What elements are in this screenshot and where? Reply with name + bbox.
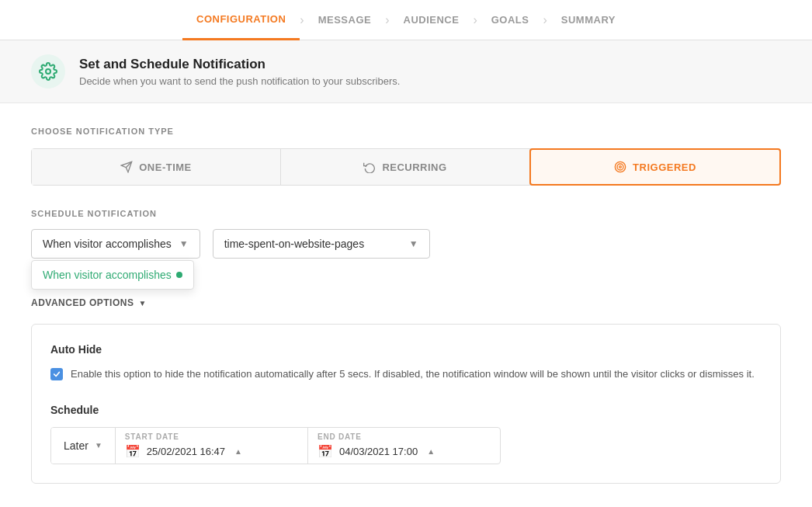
start-date-field[interactable]: START DATE 📅 25/02/2021 16:47 ▲ — [116, 428, 308, 464]
top-navigation: CONFIGURATION › MESSAGE › AUDIENCE › GOA… — [0, 0, 812, 40]
end-date-value: 📅 04/03/2021 17:00 ▲ — [318, 444, 491, 459]
end-date-label: END DATE — [318, 432, 491, 441]
auto-hide-checkbox[interactable] — [50, 368, 63, 380]
nav-label-audience: AUDIENCE — [404, 14, 460, 26]
nav-label-message: MESSAGE — [318, 14, 372, 26]
header-section: Set and Schedule Notification Decide whe… — [0, 40, 812, 103]
recurring-label: RECURRING — [382, 161, 446, 173]
end-date-field[interactable]: END DATE 📅 04/03/2021 17:00 ▲ — [308, 428, 500, 464]
second-dropdown-wrapper: time-spent-on-website-pages ▼ — [213, 229, 430, 259]
first-dropdown-wrapper: When visitor accomplishes ▼ When visitor… — [31, 229, 200, 259]
svg-point-0 — [46, 69, 50, 74]
nav-item-message[interactable]: MESSAGE — [304, 0, 386, 40]
send-icon — [120, 161, 133, 173]
nav-item-goals[interactable]: GOALS — [477, 0, 543, 40]
triggered-button[interactable]: TRIGGERED — [529, 148, 781, 186]
second-dropdown[interactable]: time-spent-on-website-pages ▼ — [213, 229, 430, 259]
advanced-panel: Auto Hide Enable this option to hide the… — [31, 324, 781, 484]
dropdowns-row: When visitor accomplishes ▼ When visitor… — [31, 229, 781, 259]
notification-type-buttons: ONE-TIME RECURRING TRIGGERED — [31, 148, 781, 186]
recurring-icon — [363, 161, 376, 173]
dropdown-menu-item[interactable]: When visitor accomplishes — [32, 261, 193, 289]
first-dropdown-arrow: ▼ — [179, 238, 189, 249]
svg-point-3 — [615, 161, 625, 172]
nav-label-configuration: CONFIGURATION — [196, 13, 286, 25]
nav-label-goals: GOALS — [491, 14, 529, 26]
checkbox-row: Enable this option to hide the notificat… — [50, 366, 762, 382]
dropdown-menu-item-label: When visitor accomplishes — [43, 269, 172, 281]
checkmark-icon — [53, 370, 61, 378]
later-dropdown[interactable]: Later ▼ — [51, 428, 116, 464]
end-date-text: 04/03/2021 17:00 — [339, 446, 418, 457]
first-dropdown-menu: When visitor accomplishes — [31, 260, 194, 290]
nav-label-summary: SUMMARY — [561, 14, 616, 26]
header-icon — [31, 54, 65, 89]
advanced-arrow-icon: ▼ — [138, 299, 146, 307]
svg-point-5 — [619, 166, 622, 168]
start-date-value: 📅 25/02/2021 16:47 ▲ — [125, 444, 298, 459]
header-text: Set and Schedule Notification Decide whe… — [79, 57, 400, 87]
end-calendar-icon: 📅 — [318, 444, 333, 459]
second-dropdown-value: time-spent-on-website-pages — [224, 238, 365, 250]
auto-hide-text: Enable this option to hide the notificat… — [71, 366, 755, 382]
main-content: CHOOSE NOTIFICATION TYPE ONE-TIME RECURR… — [0, 103, 812, 507]
target-icon — [614, 161, 626, 173]
triggered-label: TRIGGERED — [633, 161, 696, 173]
nav-item-audience[interactable]: AUDIENCE — [390, 0, 474, 40]
later-arrow-icon: ▼ — [95, 441, 102, 450]
end-date-arrow: ▲ — [427, 447, 435, 456]
nav-item-configuration[interactable]: CONFIGURATION — [182, 0, 300, 40]
gear-icon — [39, 62, 57, 81]
choose-type-label: CHOOSE NOTIFICATION TYPE — [31, 127, 781, 136]
nav-item-summary[interactable]: SUMMARY — [547, 0, 630, 40]
one-time-label: ONE-TIME — [139, 161, 192, 173]
first-dropdown[interactable]: When visitor accomplishes ▼ — [31, 229, 200, 259]
svg-point-4 — [617, 164, 623, 170]
inner-schedule-title: Schedule — [50, 404, 762, 416]
start-date-text: 25/02/2021 16:47 — [147, 446, 225, 457]
recurring-button[interactable]: RECURRING — [281, 149, 530, 185]
first-dropdown-value: When visitor accomplishes — [43, 238, 172, 250]
advanced-label-text: ADVANCED OPTIONS — [31, 297, 134, 308]
advanced-options: ADVANCED OPTIONS ▼ — [31, 297, 781, 308]
start-date-label: START DATE — [125, 432, 298, 441]
auto-hide-title: Auto Hide — [50, 343, 762, 356]
header-description: Decide when you want to send the push no… — [79, 75, 400, 87]
schedule-row: Later ▼ START DATE 📅 25/02/2021 16:47 ▲ … — [50, 427, 501, 464]
active-dot — [176, 272, 182, 278]
start-calendar-icon: 📅 — [125, 444, 141, 459]
one-time-button[interactable]: ONE-TIME — [32, 149, 281, 185]
schedule-section: SCHEDULE NOTIFICATION When visitor accom… — [31, 209, 781, 259]
later-label: Later — [64, 439, 88, 452]
advanced-label[interactable]: ADVANCED OPTIONS ▼ — [31, 297, 781, 308]
schedule-label: SCHEDULE NOTIFICATION — [31, 209, 781, 218]
header-title: Set and Schedule Notification — [79, 57, 400, 72]
second-dropdown-arrow: ▼ — [409, 238, 418, 249]
start-date-arrow: ▲ — [234, 447, 242, 456]
